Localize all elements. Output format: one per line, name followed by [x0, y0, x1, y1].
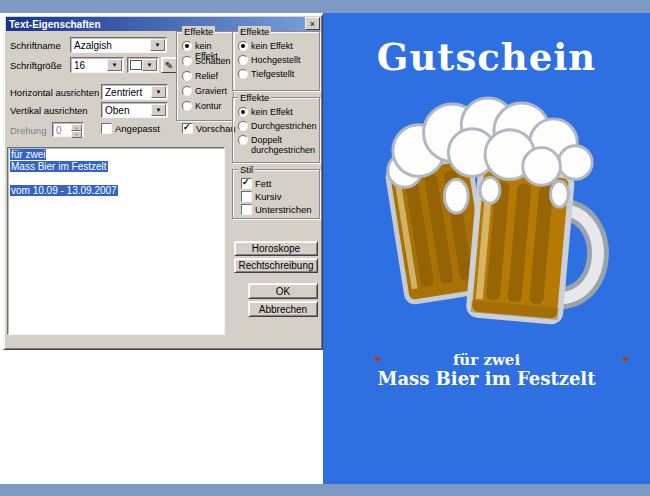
kursiv-checkbox[interactable] [241, 191, 252, 202]
effects-group-3-title: Effekte [238, 92, 271, 103]
font-size-combobox[interactable]: 16 ▼ [70, 57, 124, 73]
card-caption-line1[interactable]: für zwei [323, 351, 650, 369]
radio-icon [238, 107, 248, 117]
angepasst-label: Angepasst [115, 123, 160, 134]
radio-icon [182, 56, 192, 66]
radio-relief[interactable]: Relief [182, 71, 231, 81]
font-size-label: Schriftgröße [10, 60, 62, 71]
spin-up-icon[interactable]: ▲ [71, 124, 82, 131]
radio-doppelt-durchgestrichen[interactable]: Doppelt durchgestrichen [238, 135, 317, 155]
radio-kein-effekt-2[interactable]: kein Effekt [238, 41, 317, 51]
dropdown-arrow-icon: ▼ [155, 42, 161, 48]
vertical-align-label: Vertikal ausrichten [10, 105, 88, 116]
font-color-combobox[interactable]: ▼ [127, 57, 159, 73]
dropdown-arrow-icon: ▼ [156, 107, 162, 113]
font-name-value: Azalgish [74, 40, 151, 51]
radio-durchgestrichen[interactable]: Durchgestrichen [238, 121, 317, 131]
spinner-buttons[interactable]: ▲ ▼ [71, 124, 82, 135]
effects-group-1-title: Effekte [182, 26, 215, 37]
text-properties-dialog: Text-Eigenschaften × Schriftname Azalgis… [3, 14, 323, 350]
selection-handle[interactable] [375, 357, 380, 361]
effects-group-1: Effekte kein Effekt Schatten Relief Grav… [176, 31, 234, 121]
effects-group-2: Effekte kein Effekt Hochgestellt Tiefges… [232, 31, 320, 91]
horizontal-align-value: Zentriert [105, 87, 152, 98]
vertical-align-combobox[interactable]: Oben ▼ [101, 102, 168, 118]
dialog-title: Text-Eigenschaften [9, 19, 101, 30]
radio-label: Doppelt durchgestrichen [251, 135, 317, 155]
radio-label: Kontur [195, 101, 222, 111]
radio-icon [182, 101, 192, 111]
vorschau-checkbox[interactable]: ✓ [182, 123, 193, 134]
dialog-titlebar[interactable]: Text-Eigenschaften [6, 17, 320, 31]
preview-text-input[interactable]: für zwei Mass Bier im Festzelt vom 10.09… [7, 147, 225, 335]
radio-label: Schatten [195, 56, 231, 66]
voucher-card-canvas[interactable]: Gutschein [323, 13, 650, 484]
kursiv-checkbox-row[interactable]: Kursiv [241, 191, 281, 202]
color-swatch [130, 60, 142, 70]
radio-kontur[interactable]: Kontur [182, 101, 231, 111]
chevron-down-icon[interactable]: ▼ [142, 59, 157, 71]
close-icon: × [310, 20, 315, 28]
radio-icon [238, 135, 248, 145]
style-group-title: Stil [238, 164, 255, 175]
abbrechen-button[interactable]: Abbrechen [248, 301, 318, 317]
rotation-spinner[interactable]: 0 ▲ ▼ [52, 122, 84, 137]
radio-graviert[interactable]: Graviert [182, 86, 231, 96]
card-caption-line2[interactable]: Mass Bier im Festzelt [323, 368, 650, 389]
fett-checkbox-row[interactable]: ✓ Fett [241, 178, 271, 189]
font-size-value: 16 [74, 60, 108, 71]
radio-label: Hochgestellt [251, 55, 301, 65]
horizontal-align-label: Horizontal ausrichten [10, 87, 99, 98]
rechtschreibung-button[interactable]: Rechtschreibung [234, 258, 318, 273]
chevron-down-icon[interactable]: ▼ [151, 104, 166, 116]
horoskope-button[interactable]: Horoskope [234, 241, 318, 256]
radio-icon [182, 41, 192, 51]
color-picker-button[interactable]: ✎ [161, 57, 177, 73]
close-button[interactable]: × [305, 17, 320, 30]
radio-icon [182, 86, 192, 96]
horizontal-align-combobox[interactable]: Zentriert ▼ [101, 84, 168, 100]
spin-down-icon[interactable]: ▼ [71, 131, 82, 138]
unterstrichen-checkbox-row[interactable]: Unterstrichen [241, 204, 312, 215]
fett-label: Fett [255, 178, 271, 189]
text-line-selected: vom 10.09 - 13.09.2007 [10, 185, 118, 196]
radio-icon [238, 55, 248, 65]
fett-checkbox[interactable]: ✓ [241, 178, 252, 189]
angepasst-checkbox-row[interactable]: Angepasst [101, 123, 160, 134]
selection-handle[interactable] [623, 357, 628, 361]
radio-label: kein Effekt [251, 41, 293, 51]
text-line: Mass Bier im Festzelt [10, 161, 222, 173]
radio-label: Tiefgestellt [251, 69, 294, 79]
angepasst-checkbox[interactable] [101, 123, 112, 134]
radio-kein-effekt-3[interactable]: kein Effekt [238, 107, 317, 117]
font-name-combobox[interactable]: Azalgish ▼ [70, 37, 167, 53]
dropdown-arrow-icon: ▼ [147, 62, 153, 68]
vertical-align-value: Oben [105, 105, 152, 116]
chevron-down-icon[interactable]: ▼ [107, 59, 122, 71]
chevron-down-icon[interactable]: ▼ [151, 86, 166, 98]
dropdown-arrow-icon: ▼ [112, 62, 118, 68]
text-line-selected: Mass Bier im Festzelt [10, 161, 108, 172]
card-title-text[interactable]: Gutschein [323, 35, 650, 79]
vorschau-checkbox-row[interactable]: ✓ Vorschau [182, 123, 236, 134]
desktop: Gutschein [0, 0, 650, 496]
radio-tiefgestellt[interactable]: Tiefgestellt [238, 69, 317, 79]
radio-icon [182, 71, 192, 81]
chevron-down-icon[interactable]: ▼ [150, 39, 165, 51]
rotation-label: Drehung [10, 125, 46, 136]
radio-hochgestellt[interactable]: Hochgestellt [238, 55, 317, 65]
unterstrichen-checkbox[interactable] [241, 204, 252, 215]
radio-label: Durchgestrichen [251, 121, 317, 131]
ok-button[interactable]: OK [248, 283, 318, 299]
radio-label: kein Effekt [251, 107, 293, 117]
text-line-selected: für zwei [10, 149, 46, 160]
style-group: Stil ✓ Fett Kursiv Unterstrichen [232, 169, 320, 219]
unterstrichen-label: Unterstrichen [255, 204, 312, 215]
check-icon: ✓ [242, 177, 250, 187]
app-window: Gutschein [0, 13, 650, 484]
vorschau-label: Vorschau [196, 123, 236, 134]
kursiv-label: Kursiv [255, 191, 281, 202]
radio-icon [238, 41, 248, 51]
radio-schatten[interactable]: Schatten [182, 56, 231, 66]
font-name-label: Schriftname [10, 40, 61, 51]
